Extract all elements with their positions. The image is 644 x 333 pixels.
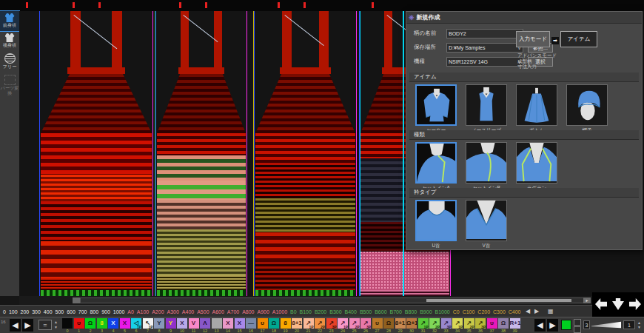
sidebar-item-1[interactable]: 後身頃	[0, 31, 19, 51]
tile-hat[interactable]: 帽子	[566, 84, 608, 134]
pan-right-icon[interactable]	[629, 298, 641, 310]
ruler-tick-A800: A800	[242, 309, 254, 314]
palette-swatch-2[interactable]: Ω2	[85, 318, 95, 333]
scrollbar-right-button[interactable]: ▸	[583, 297, 591, 303]
ruler-tick-C100: C100	[463, 309, 475, 314]
input-mode-button[interactable]: 入力モード	[516, 31, 550, 47]
palette-swatch-16[interactable]: —16	[246, 318, 256, 333]
palette-swatch-25[interactable]: ↗2P25	[349, 318, 360, 333]
knit-panel-0[interactable]	[41, 11, 152, 296]
palette-swatch-4[interactable]: X4	[108, 318, 118, 333]
pan-left-icon[interactable]	[595, 298, 607, 310]
palette-swatch-30[interactable]: Ω+130	[406, 318, 417, 333]
tile-raglan[interactable]: ラグラン	[516, 142, 557, 192]
pan-down-icon[interactable]	[612, 298, 624, 310]
tile-shoulder-b[interactable]: セットインB	[466, 142, 507, 192]
tile-skirt[interactable]: ボトム	[516, 84, 557, 134]
palette-swatch-22[interactable]: ↗2P22	[315, 318, 325, 333]
palette-swatch-13[interactable]: 13	[212, 318, 222, 333]
palette-swatch-20[interactable]: 8+120	[292, 318, 302, 333]
palette-prev-button[interactable]: ◀	[10, 319, 21, 332]
sidebar-item-3[interactable]: パーツ変換	[0, 73, 19, 99]
tile-shoulder-a[interactable]: セットインA	[415, 142, 457, 192]
palette-mode-spinner[interactable]: ▲▼	[53, 320, 58, 330]
palette-swatch-7[interactable]: ↖1P7	[143, 318, 153, 333]
palette-swatch-32[interactable]: ↗2P32	[429, 318, 440, 333]
palette-page-next[interactable]: ▶	[547, 319, 558, 332]
palette-next-button[interactable]: ▶	[22, 319, 33, 332]
palette-swatch-38[interactable]: Ω38	[498, 318, 509, 333]
sidebar-item-0[interactable]: 前身頃	[0, 11, 19, 31]
horizontal-scrollbar[interactable]	[80, 297, 586, 303]
palette-swatch-36[interactable]: ↗3P36	[475, 318, 486, 333]
palette-swatch-39[interactable]: R+139	[510, 318, 520, 333]
knit-panel-2[interactable]	[255, 11, 355, 296]
palette-swatch-5[interactable]: X5	[120, 318, 130, 333]
ruler-scroll-left[interactable]: ◀	[526, 308, 530, 314]
repeat-count-field[interactable]: 1	[623, 320, 635, 329]
palette-swatch-28[interactable]: Ω28	[383, 318, 394, 333]
palette-swatch-31[interactable]: ↗1P31	[418, 318, 429, 333]
repeat-count-spinner[interactable]: ▲▼	[637, 320, 642, 329]
palette-swatch-9[interactable]: Y9	[166, 318, 176, 333]
palette-swatch-24[interactable]: ↗1P24	[338, 318, 348, 333]
tile-v-neck[interactable]: V首	[466, 200, 507, 249]
ruler-tick-B200: B200	[315, 309, 326, 314]
scrollbar-row: ▸	[19, 296, 592, 305]
current-color-swatch[interactable]	[561, 320, 571, 330]
pen-size-wedge[interactable]	[591, 321, 621, 329]
u-neck-thumbnail	[415, 200, 457, 241]
tile-label: U首	[415, 243, 457, 249]
palette-swatch-33[interactable]: ↗3P33	[441, 318, 452, 333]
scrollbar-thumb[interactable]	[426, 299, 571, 302]
parts-convert-icon	[4, 75, 16, 85]
ruler-tick-B800: B800	[405, 309, 417, 314]
palette-swatch-3[interactable]: 83	[97, 318, 107, 333]
palette-mode-button[interactable]: =	[38, 320, 52, 330]
palette-swatch-35[interactable]: ↗2P35	[464, 318, 474, 333]
pattern-name-select[interactable]: BODY2 ∨	[446, 29, 523, 38]
scrollbar-left-button[interactable]	[73, 297, 80, 303]
palette-swatch-21[interactable]: ↗1P21	[303, 318, 314, 333]
palette-swatch-11[interactable]: V11	[189, 318, 199, 333]
palette-swatch-19[interactable]: 819	[281, 318, 291, 333]
palette-swatch-14[interactable]: X14	[223, 318, 233, 333]
palette-swatch-6[interactable]: ◁1P6	[131, 318, 141, 333]
tile-sweater[interactable]: セーター	[415, 84, 457, 134]
palette-swatch-12[interactable]: Λ12	[200, 318, 210, 333]
machine-label: 機種	[414, 58, 446, 65]
marker-tick	[73, 2, 75, 8]
ruler-tick-C300: C300	[493, 309, 506, 314]
palette-swatch-17[interactable]: ʊ17	[258, 318, 268, 333]
tile-sleeveless[interactable]: ノースリーブ	[466, 84, 507, 134]
pen-size-field[interactable]: 3	[583, 320, 590, 329]
palette-swatch-10[interactable]: X10	[177, 318, 187, 333]
ruler-grid-button[interactable]: ▦	[548, 308, 554, 314]
ruler-scroll-right[interactable]: ▶	[534, 308, 539, 314]
palette-swatch-23[interactable]: ↗3P23	[326, 318, 337, 333]
palette-swatch-0[interactable]: 0	[62, 318, 73, 333]
palette-page-prev[interactable]: ◀	[534, 319, 546, 332]
item-mode-button[interactable]: アイテム	[560, 31, 597, 47]
sidebar-item-2[interactable]: フリー	[0, 51, 19, 73]
palette-swatch-37[interactable]: ʊ37	[487, 318, 497, 333]
color-stack-buttons[interactable]	[574, 319, 581, 332]
palette-swatch-1[interactable]: ʊ1	[74, 318, 84, 333]
tile-u-neck[interactable]: U首	[415, 200, 457, 249]
palette-swatch-15[interactable]: X15	[235, 318, 245, 333]
panel-body	[41, 133, 152, 296]
palette-swatch-34[interactable]: ↗1P34	[452, 318, 463, 333]
dialog-title-bar[interactable]: ❋ 新規作成	[406, 12, 642, 24]
palette-swatch-26[interactable]: ↗3P26	[360, 318, 371, 333]
ruler-tick-A500: A500	[197, 309, 209, 314]
palette-swatch-18[interactable]: Ω18	[269, 318, 279, 333]
palette-swatch-29[interactable]: 8+129	[395, 318, 406, 333]
ruler-tick-C200: C200	[477, 309, 490, 314]
knit-panel-1[interactable]	[157, 11, 246, 296]
machine-select[interactable]: NSIR122SV 14G ∨	[446, 57, 523, 67]
ruler-tick-C0: C0	[453, 309, 460, 314]
palette-swatch-8[interactable]: Y8	[154, 318, 164, 333]
save-location-select[interactable]: D:¥My Samples ∨	[446, 43, 523, 53]
palette-swatch-27[interactable]: ʊ27	[372, 318, 383, 333]
v-neck-thumbnail	[466, 200, 507, 241]
